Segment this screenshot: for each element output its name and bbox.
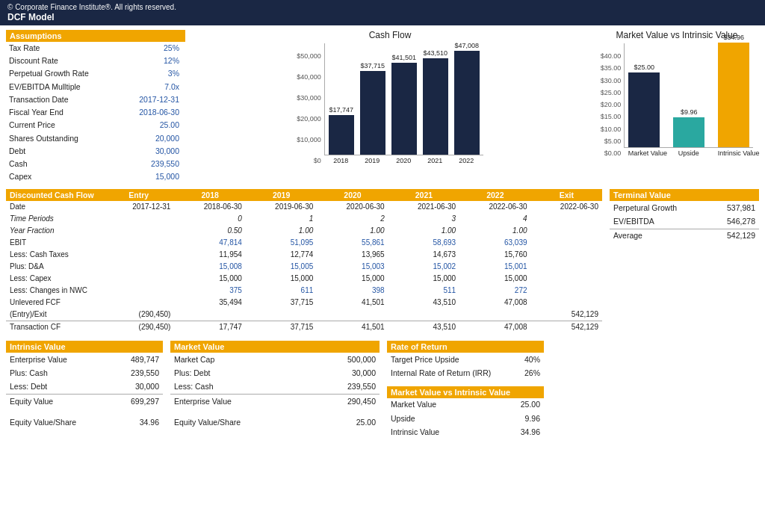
mv-intrinsic-label: Intrinsic Value <box>387 425 493 439</box>
dcf-cell-value: 15,000 <box>174 273 245 285</box>
assumption-row: Current Price25.00 <box>6 119 185 132</box>
dcf-cell-value <box>103 237 174 249</box>
assumption-row: EV/EBITDA Mulltiple7.0x <box>6 81 185 93</box>
bar-value-label: $41,501 <box>391 54 416 61</box>
terminal-value: 542,129 <box>709 229 759 243</box>
dcf-cell-value: 272 <box>459 285 530 297</box>
mv-intrinsic-header: Market Value vs Intrinsic Value <box>387 386 544 398</box>
cashflow-y-axis: $50,000$40,000$30,000$20,000$10,000$0 <box>297 52 324 164</box>
mv-x-label: Upside <box>673 149 704 157</box>
dcf-cell-value <box>103 285 174 297</box>
assumption-label: Perpetual Growth Rate <box>6 67 120 80</box>
dcf-cell-value: 0.50 <box>174 225 245 237</box>
dcf-cell-label: Transaction CF <box>6 321 103 334</box>
dcf-cell-value: 47,814 <box>174 237 245 249</box>
terminal-value: 546,278 <box>709 215 759 229</box>
assumption-value: 12% <box>120 55 185 67</box>
terminal-value-section: Terminal Value Perpetural Growth537,981E… <box>610 189 759 243</box>
dcf-row: Time Periods01234 <box>6 213 602 225</box>
market-val: 290,450 <box>312 395 380 409</box>
app-title: DCF Model <box>7 12 758 22</box>
rate-val: 26% <box>516 367 544 380</box>
mv-y-label: $30.00 <box>601 77 622 84</box>
terminal-label: Perpetural Growth <box>610 201 709 214</box>
dcf-col-2018: 2018 <box>174 189 245 201</box>
mv-bar <box>718 43 749 147</box>
mv-bar-value-label: $34.96 <box>724 34 745 41</box>
assumption-value: 15,000 <box>120 170 185 183</box>
assumption-label: Fiscal Year End <box>6 106 120 119</box>
rate-row: Target Price Upside40% <box>387 353 544 366</box>
dcf-cell-value: 43,510 <box>388 297 459 309</box>
dcf-cell-value: 47,008 <box>459 321 530 334</box>
cashflow-bar-chart: $17,747 $37,715 $41,501 $43,510 $47,008 <box>324 43 483 155</box>
top-bar: © Corporate Finance Institute®. All righ… <box>0 0 765 25</box>
dcf-cell-value: (290,450) <box>103 309 174 321</box>
dcf-cell-value <box>174 309 245 321</box>
cashflow-y-label: $0 <box>314 157 321 164</box>
dcf-cell-label: Less: Capex <box>6 273 103 285</box>
dcf-cell-value: 2022-06-30 <box>459 201 530 213</box>
assumption-label: Debt <box>6 145 120 158</box>
mv-y-label: $5.00 <box>604 137 622 145</box>
mv-bar-value-label: $9.96 <box>681 108 698 116</box>
dcf-cell-label: EBIT <box>6 237 103 249</box>
assumption-label: Discount Rate <box>6 55 120 67</box>
mv-bar-group: $34.96 <box>718 34 749 147</box>
mv-intrinsic-val: 34.96 <box>493 425 544 439</box>
intrinsic-val: 489,747 <box>112 353 163 366</box>
mv-intrinsic-val: 25.00 <box>493 398 544 412</box>
mv-x-label: Intrinsic Value <box>718 149 749 157</box>
bar-value-label: $37,715 <box>360 62 385 69</box>
cashflow-x-label: 2019 <box>359 157 385 164</box>
assumption-label: EV/EBITDA Mulltiple <box>6 81 120 93</box>
dcf-cell-value: (290,450) <box>103 321 174 334</box>
cashflow-y-label: $20,000 <box>297 115 321 123</box>
intrinsic-val: 30,000 <box>112 380 163 395</box>
terminal-value: 537,981 <box>709 201 759 214</box>
mv-x-label: Market Value <box>628 149 660 157</box>
assumption-label: Capex <box>6 170 120 183</box>
cashflow-x-label: 2020 <box>391 157 416 164</box>
dcf-cell-value: 542,129 <box>531 321 602 334</box>
assumption-label: Tax Rate <box>6 42 120 55</box>
dcf-cell-value: 15,008 <box>174 261 245 273</box>
dcf-cell-value: 13,965 <box>317 249 388 261</box>
market-value-table: Market Cap500,000Plus: Debt30,000Less: C… <box>170 353 380 429</box>
dcf-cell-label: (Entry)/Exit <box>6 309 103 321</box>
mv-y-label: $10.00 <box>601 126 622 133</box>
terminal-value-header: Terminal Value <box>610 189 759 201</box>
dcf-cell-value: 37,715 <box>246 297 317 309</box>
bar-value-label: $47,008 <box>454 42 479 49</box>
dcf-cell-value: 1.00 <box>459 225 530 237</box>
mv-y-label: $35.00 <box>601 64 622 72</box>
cashflow-bar-group: $17,747 <box>329 106 354 155</box>
market-row: Plus: Debt30,000 <box>170 367 380 380</box>
assumptions-header: Assumptions <box>6 30 185 42</box>
dcf-cell-value <box>246 309 317 321</box>
terminal-label: EV/EBITDA <box>610 215 709 229</box>
rate-label: Internal Rate of Return (IRR) <box>387 367 516 380</box>
mv-bar-group: $25.00 <box>628 64 660 147</box>
assumption-row: Fiscal Year End2018-06-30 <box>6 106 185 119</box>
cashflow-bar <box>391 63 417 155</box>
assumption-label: Current Price <box>6 119 120 132</box>
dcf-cell-value <box>388 309 459 321</box>
mv-bar-value-label: $25.00 <box>634 64 655 71</box>
dcf-col-2019: 2019 <box>246 189 317 201</box>
mv-y-label: $40.00 <box>601 52 622 60</box>
assumption-value: 3% <box>120 67 185 80</box>
dcf-cell-label: Unlevered FCF <box>6 297 103 309</box>
dcf-row: EBIT47,81451,09555,86158,69363,039 <box>6 237 602 249</box>
cashflow-y-label: $30,000 <box>297 94 321 102</box>
intrinsic-value-header: Intrinsic Value <box>6 341 163 353</box>
dcf-cell-value <box>103 213 174 225</box>
mv-bar-group: $9.96 <box>673 108 704 147</box>
dcf-cell-value: 611 <box>246 285 317 297</box>
mv-y-label: $25.00 <box>601 89 622 96</box>
terminal-row: EV/EBITDA546,278 <box>610 215 759 229</box>
dcf-cell-label: Less: Changes in NWC <box>6 285 103 297</box>
mv-intrinsic-label: Upside <box>387 412 493 425</box>
cashflow-bar-group: $41,501 <box>391 54 417 155</box>
cashflow-bar <box>454 51 480 155</box>
